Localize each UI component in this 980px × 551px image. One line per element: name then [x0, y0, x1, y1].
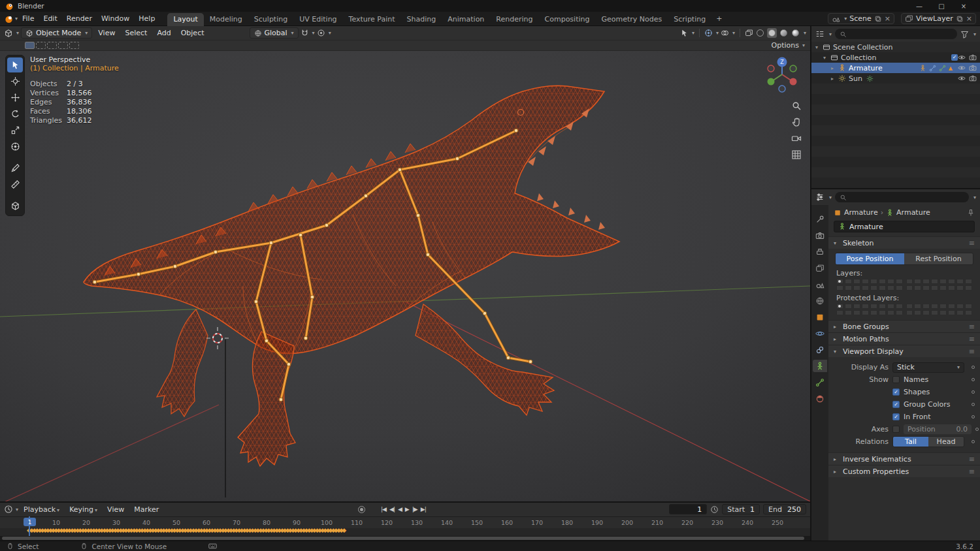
layer-cell[interactable] [906, 310, 913, 315]
next-keyframe-button[interactable]: |▶ [412, 506, 417, 512]
animate-dot[interactable] [972, 440, 975, 443]
layer-cell[interactable] [853, 304, 860, 309]
layer-cell[interactable] [853, 285, 860, 291]
inverse-kinematics-panel-header[interactable]: ▸ Inverse Kinematics ≡ [828, 452, 980, 465]
timeline-scrollbar[interactable] [0, 536, 810, 541]
shading-rendered-button[interactable] [791, 28, 800, 38]
layer-cell[interactable] [887, 304, 894, 309]
layer-cell[interactable] [845, 304, 852, 309]
blender-icon[interactable] [4, 14, 14, 24]
timeline-body[interactable]: 1020304050607080901001101201301401501601… [0, 516, 810, 536]
start-frame-field[interactable]: Start1 [722, 504, 760, 514]
layer-cell[interactable] [939, 310, 947, 315]
layer-cell[interactable] [906, 304, 913, 309]
layer-cell[interactable] [956, 285, 964, 291]
axes-position-slider[interactable]: Position 0.0 [904, 424, 972, 434]
layer-cell[interactable] [887, 279, 894, 284]
layer-cell[interactable] [914, 279, 921, 284]
keyframe-diamonds[interactable]: ◆◆◆◆◆◆◆◆◆◆◆◆◆◆◆◆◆◆◆◆◆◆◆◆◆◆◆◆◆◆◆◆◆◆◆◆◆◆◆◆… [27, 528, 344, 533]
axes-checkbox[interactable]: ✓ [892, 426, 900, 433]
menu-item[interactable]: Window [97, 13, 134, 24]
workspace-tab[interactable]: Geometry Nodes [595, 13, 668, 26]
workspace-tab[interactable]: UV Editing [293, 13, 342, 26]
motion-paths-panel-header[interactable]: ▸ Motion Paths ≡ [828, 332, 980, 345]
layer-cell[interactable] [923, 310, 930, 315]
viewport-display-panel-header[interactable]: ▾ Viewport Display ≡ [828, 345, 980, 357]
skeleton-panel-header[interactable]: ▾ Skeleton ≡ [828, 236, 980, 249]
view-layer-selector[interactable]: ViewLayer × [901, 13, 976, 24]
measure-tool[interactable] [7, 177, 23, 192]
workspace-tab[interactable]: Scripting [668, 13, 711, 26]
close-button[interactable]: × [953, 3, 975, 10]
show-gizmo-icon[interactable] [704, 29, 713, 37]
viewport-menu-item[interactable]: Select [121, 27, 151, 39]
camera-icon[interactable] [969, 74, 977, 82]
display-as-dropdown[interactable]: Stick ▾ [892, 362, 964, 373]
layer-cell[interactable] [906, 285, 913, 291]
eye-icon[interactable] [958, 74, 966, 82]
jump-to-end-button[interactable]: ▶| [421, 506, 426, 512]
shading-material-button[interactable] [779, 28, 789, 38]
layer-cell[interactable] [862, 285, 869, 291]
circle-select-mode-icon[interactable] [47, 42, 57, 49]
checkbox[interactable]: ✓ [892, 413, 900, 420]
layer-cell[interactable] [896, 304, 903, 309]
outliner-row[interactable]: ▸ Armature ▲ [811, 63, 980, 73]
layer-cell[interactable] [931, 304, 938, 309]
properties-search-input[interactable] [835, 192, 969, 202]
transform-tool[interactable] [7, 139, 23, 154]
layer-cell[interactable] [845, 310, 852, 315]
auto-keying-button[interactable] [358, 506, 365, 513]
layer-cell[interactable] [923, 279, 930, 284]
datablock-name-field[interactable]: Armature [834, 221, 975, 232]
outliner-row[interactable]: ▸ Sun ▲ [811, 73, 980, 84]
ortho-grid-icon[interactable] [791, 150, 802, 160]
shading-solid-button[interactable] [767, 28, 777, 38]
move-tool[interactable] [7, 90, 23, 105]
mode-dropdown[interactable]: Object Mode ▾ [21, 27, 92, 39]
expander-icon[interactable]: ▾ [823, 55, 830, 61]
eye-icon[interactable] [958, 54, 966, 61]
checkbox[interactable]: ✓ [892, 388, 900, 396]
remove-layer-icon[interactable]: × [966, 14, 972, 23]
expander-icon[interactable]: ▸ [831, 76, 838, 82]
layer-cell[interactable] [870, 310, 877, 315]
timeline-menu-item[interactable]: Marker▾ [130, 504, 163, 515]
animate-dot[interactable] [972, 390, 975, 394]
layer-cell[interactable] [879, 285, 886, 291]
tab-view-layer[interactable] [813, 262, 827, 274]
layer-cell[interactable] [939, 279, 947, 284]
panel-grip-icon[interactable]: ≡ [969, 467, 975, 476]
outliner-row[interactable]: ▾ Scene Collection [811, 42, 980, 52]
layer-cell[interactable] [965, 310, 972, 315]
layer-cell[interactable] [887, 285, 894, 291]
breadcrumb-object[interactable]: Armature [844, 208, 878, 217]
layer-cell[interactable] [939, 304, 947, 309]
layer-cell[interactable] [956, 310, 964, 315]
editor-type-icon[interactable] [4, 29, 13, 38]
playhead-frame-label[interactable]: 1 [24, 518, 36, 526]
layer-cell[interactable] [862, 279, 869, 284]
layer-cell[interactable] [836, 304, 843, 309]
rest-position-button[interactable]: Rest Position [904, 253, 973, 264]
maximize-button[interactable]: □ [930, 3, 953, 10]
custom-properties-panel-header[interactable]: ▸ Custom Properties ≡ [828, 465, 980, 477]
tab-world[interactable] [813, 294, 827, 307]
layer-cell[interactable] [896, 279, 903, 284]
camera-icon[interactable] [969, 54, 977, 61]
layer-cell[interactable] [948, 310, 955, 315]
scale-tool[interactable] [7, 123, 23, 138]
layer-cell[interactable] [956, 279, 964, 284]
workspace-tab[interactable]: Compositing [539, 13, 596, 26]
panel-grip-icon[interactable]: ≡ [969, 239, 975, 247]
tab-render[interactable] [813, 229, 827, 242]
pin-icon[interactable] [967, 209, 975, 217]
outliner-search-input[interactable] [835, 29, 957, 39]
menu-item[interactable]: Help [134, 13, 159, 24]
cursor-tool[interactable] [7, 74, 23, 89]
workspace-tab[interactable]: Layout [167, 13, 203, 26]
animate-dot[interactable] [972, 415, 975, 418]
timeline-menu-item[interactable]: View▾ [103, 504, 128, 515]
unlink-icon[interactable]: × [885, 14, 890, 23]
snap-magnet-icon[interactable] [301, 29, 309, 37]
